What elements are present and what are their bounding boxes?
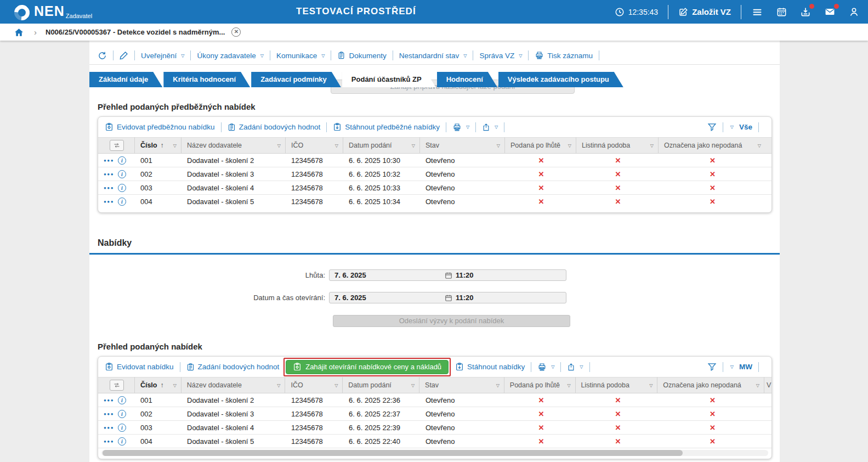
tab-zakladni-udaje[interactable]: Základní údaje bbox=[89, 72, 162, 87]
menu-button[interactable] bbox=[751, 7, 763, 17]
downloads-button[interactable] bbox=[800, 7, 811, 18]
info-icon[interactable]: i bbox=[118, 410, 126, 418]
info-icon[interactable]: i bbox=[118, 170, 126, 178]
table-row[interactable]: ●●●i 001 Dodavatel - školení 2 12345678 … bbox=[98, 393, 771, 407]
row-menu-icon[interactable]: ●●● bbox=[104, 439, 114, 444]
col-ico[interactable]: IČO▽ bbox=[286, 137, 343, 154]
refresh-button[interactable] bbox=[98, 51, 107, 60]
col-truncated[interactable]: V bbox=[764, 377, 771, 393]
print-table-button[interactable]: ▽ bbox=[452, 123, 469, 132]
filter-caret-icon[interactable]: ▽ bbox=[497, 143, 500, 148]
tab-vysledek-zadavaciho-postupu[interactable]: Výsledek zadávacího postupu bbox=[498, 72, 623, 87]
scrollbar-thumb[interactable] bbox=[103, 450, 683, 456]
row-menu-icon[interactable]: ●●● bbox=[104, 412, 114, 416]
send-invitation-button[interactable]: Odeslání výzvy k podání nabídek bbox=[333, 315, 570, 327]
filter-caret-icon[interactable]: ▽ bbox=[411, 383, 415, 388]
col-datum-podani[interactable]: Datum podání▽ bbox=[343, 377, 419, 393]
info-icon[interactable]: i bbox=[118, 184, 126, 192]
opening-date-value[interactable]: 7. 6. 2025 bbox=[330, 294, 445, 302]
menu-komunikace[interactable]: Komunikace▽ bbox=[276, 52, 325, 60]
profile-button[interactable] bbox=[849, 7, 859, 17]
col-oznacena-jako-nepodana[interactable]: Označena jako nepodaná▽ bbox=[657, 377, 764, 393]
breadcrumb-item[interactable]: N006/25/V00005367 - Detekce vozidel s na… bbox=[46, 28, 225, 36]
col-listinna-podoba[interactable]: Listinná podoba▽ bbox=[576, 377, 658, 393]
filter-caret-icon[interactable]: ▽ bbox=[173, 383, 177, 388]
filter-caret-icon[interactable]: ▽ bbox=[568, 143, 571, 148]
filter-caret-icon[interactable]: ▽ bbox=[335, 143, 338, 148]
tab-zadavaci-podminky[interactable]: Zadávací podmínky bbox=[251, 72, 341, 87]
row-menu-icon[interactable]: ●●● bbox=[104, 158, 114, 163]
menu-ukony-zadavatele[interactable]: Úkony zadavatele▽ bbox=[197, 52, 263, 60]
evidovat-predbeznou-nabidku-button[interactable]: Evidovat předběžnou nabídku bbox=[105, 122, 215, 132]
table-row[interactable]: ●●●i 004 Dodavatel - školení 5 12345678 … bbox=[98, 195, 771, 209]
col-podana-po-lhute[interactable]: Podaná po lhůtě▽ bbox=[504, 377, 576, 393]
horizontal-scrollbar[interactable] bbox=[101, 450, 768, 456]
filter-caret-icon[interactable]: ▽ bbox=[756, 383, 759, 388]
col-stav[interactable]: Stav▽ bbox=[419, 377, 504, 393]
filter-caret-icon[interactable]: ▽ bbox=[758, 143, 761, 148]
menu-nestandardni-stav[interactable]: Nestandardní stav▽ bbox=[399, 52, 467, 60]
view-selector[interactable]: ▽ MW bbox=[729, 363, 752, 371]
deadline-field[interactable]: 7. 6. 2025 11:20 bbox=[329, 269, 566, 281]
tab-kriteria-hodnoceni[interactable]: Kritéria hodnocení bbox=[163, 72, 250, 87]
home-button[interactable] bbox=[14, 27, 24, 37]
evidovat-nabidku-button[interactable]: Evidovat nabídku bbox=[105, 362, 174, 371]
filter-caret-icon[interactable]: ▽ bbox=[173, 143, 177, 148]
table-row[interactable]: ●●●i 004 Dodavatel - školení 5 12345678 … bbox=[98, 435, 771, 448]
calendar-icon[interactable] bbox=[445, 272, 452, 279]
col-stav[interactable]: Stav▽ bbox=[420, 137, 505, 154]
view-selector[interactable]: ▽ Vše bbox=[729, 123, 752, 131]
stahnout-predbezne-nabidky-button[interactable]: Stáhnout předběžné nabídky bbox=[333, 122, 440, 132]
filter-caret-icon[interactable]: ▽ bbox=[334, 383, 338, 388]
col-cislo[interactable]: Číslo↑▽ bbox=[135, 377, 181, 393]
create-vz-button[interactable]: Založit VZ bbox=[678, 7, 731, 17]
info-icon[interactable]: i bbox=[118, 396, 126, 404]
col-listinna-podoba[interactable]: Listinná podoba▽ bbox=[576, 137, 659, 154]
col-nazev-dodavatele[interactable]: Název dodavatele▽ bbox=[181, 377, 286, 393]
filter-caret-icon[interactable]: ▽ bbox=[649, 383, 653, 388]
table-row[interactable]: ●●●i 002 Dodavatel - školení 3 12345678 … bbox=[98, 407, 771, 421]
opening-time-value[interactable]: 11:20 bbox=[456, 294, 474, 302]
info-icon[interactable]: i bbox=[118, 424, 126, 432]
filter-caret-icon[interactable]: ▽ bbox=[650, 143, 654, 148]
tab-podani-ucastniku-zp[interactable]: Podání účastníků ZP bbox=[342, 72, 436, 87]
info-icon[interactable]: i bbox=[118, 437, 126, 446]
info-icon[interactable]: i bbox=[118, 156, 126, 165]
col-oznacena-jako-nepodana[interactable]: Označena jako nepodaná▽ bbox=[659, 137, 765, 154]
row-menu-icon[interactable]: ●●● bbox=[104, 185, 114, 190]
row-menu-icon[interactable]: ●●● bbox=[104, 425, 114, 430]
close-tab-icon[interactable]: ✕ bbox=[231, 27, 241, 37]
table-row[interactable]: ●●●i 002 Dodavatel - školení 3 12345678 … bbox=[98, 167, 771, 181]
info-icon[interactable]: i bbox=[118, 198, 126, 206]
filter-caret-icon[interactable]: ▽ bbox=[277, 143, 281, 148]
col-datum-podani[interactable]: Datum podání▽ bbox=[343, 137, 420, 154]
calendar-button[interactable] bbox=[776, 7, 787, 17]
table-row[interactable]: ●●●i 003 Dodavatel - školení 4 12345678 … bbox=[98, 181, 771, 195]
row-menu-icon[interactable]: ●●● bbox=[104, 172, 114, 177]
filter-button[interactable] bbox=[707, 362, 717, 371]
filter-caret-icon[interactable]: ▽ bbox=[567, 383, 570, 388]
deadline-date-value[interactable]: 7. 6. 2025 bbox=[330, 271, 445, 279]
filter-caret-icon[interactable]: ▽ bbox=[496, 383, 500, 388]
column-chooser[interactable] bbox=[98, 137, 135, 154]
filter-button[interactable] bbox=[707, 122, 717, 132]
zadani-bodovych-hodnot-button[interactable]: Zadání bodových hodnot bbox=[186, 363, 280, 371]
zahajit-oteviran-button[interactable]: Zahájit otevírání nabídkové ceny a nákla… bbox=[286, 360, 449, 374]
col-podana-po-lhute[interactable]: Podaná po lhůtě▽ bbox=[505, 137, 576, 154]
table-row[interactable]: ●●●i 001 Dodavatel - školení 2 12345678 … bbox=[98, 154, 771, 167]
menu-uverejneni[interactable]: Uveřejnění▽ bbox=[141, 52, 184, 60]
col-cislo[interactable]: Číslo↑▽ bbox=[135, 137, 181, 154]
export-table-button[interactable]: ▽ bbox=[482, 123, 498, 132]
export-table-button[interactable]: ▽ bbox=[567, 363, 583, 371]
column-chooser[interactable] bbox=[98, 377, 135, 393]
tab-hodnoceni[interactable]: Hodnocení bbox=[437, 72, 497, 87]
col-nazev-dodavatele[interactable]: Název dodavatele▽ bbox=[181, 137, 286, 154]
row-menu-icon[interactable]: ●●● bbox=[104, 199, 114, 204]
menu-sprava-vz[interactable]: Správa VZ▽ bbox=[479, 52, 522, 60]
calendar-icon[interactable] bbox=[445, 294, 452, 302]
col-ico[interactable]: IČO▽ bbox=[285, 377, 343, 393]
table-row[interactable]: ●●●i 003 Dodavatel - školení 4 12345678 … bbox=[98, 421, 771, 435]
print-table-button[interactable]: ▽ bbox=[537, 363, 554, 371]
print-record-button[interactable]: Tisk záznamu bbox=[535, 51, 593, 60]
messages-button[interactable] bbox=[824, 7, 836, 17]
